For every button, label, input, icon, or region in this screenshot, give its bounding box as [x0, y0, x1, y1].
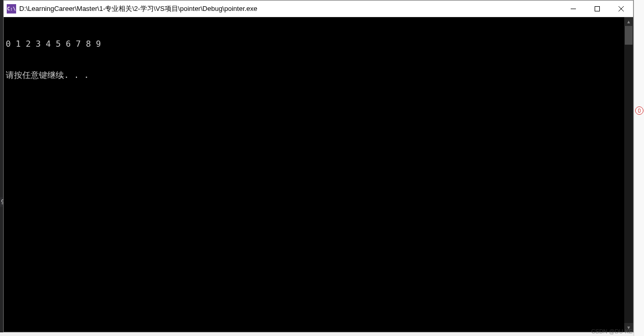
minimize-button[interactable] [561, 1, 585, 17]
error-badge-icon[interactable]: 0 [635, 106, 643, 115]
minimize-icon [571, 6, 576, 11]
window-controls [561, 1, 633, 17]
close-icon [619, 6, 624, 11]
window-title: D:\LearningCareer\Master\1-专业相关\2-学习\VS项… [19, 4, 561, 14]
scroll-up-arrow-icon[interactable]: ▲ [624, 17, 633, 26]
console-area[interactable]: 0 1 2 3 4 5 6 7 8 9 请按任意键继续. . . ▲ ▼ [4, 17, 633, 332]
console-window: C:\ D:\LearningCareer\Master\1-专业相关\2-学习… [3, 0, 634, 332]
app-icon: C:\ [7, 4, 16, 14]
output-line: 0 1 2 3 4 5 6 7 8 9 [6, 39, 622, 49]
output-line: 请按任意键继续. . . [6, 70, 622, 80]
console-output: 0 1 2 3 4 5 6 7 8 9 请按任意键继续. . . [4, 17, 624, 332]
vertical-scrollbar[interactable]: ▲ ▼ [624, 17, 633, 332]
scroll-thumb[interactable] [625, 26, 633, 45]
close-button[interactable] [609, 1, 633, 17]
watermark-text: CSDN @DU-KE [591, 328, 633, 334]
ide-side-panel: 0 [634, 0, 644, 336]
titlebar[interactable]: C:\ D:\LearningCareer\Master\1-专业相关\2-学习… [4, 1, 633, 17]
svg-rect-1 [595, 6, 600, 11]
maximize-button[interactable] [585, 1, 609, 17]
maximize-icon [595, 6, 600, 11]
